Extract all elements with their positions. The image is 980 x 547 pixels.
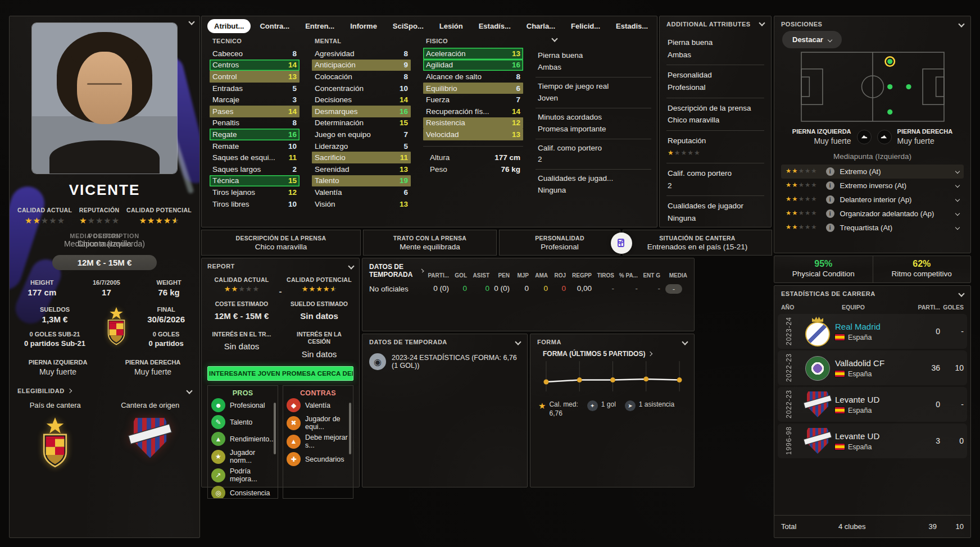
attribute-value: 15 — [288, 176, 297, 185]
attribute-value: 5 — [403, 142, 408, 151]
highlight-dropdown-button[interactable]: Destacar — [782, 31, 842, 48]
info-icon[interactable]: i — [826, 209, 834, 218]
tab[interactable]: Informe — [343, 19, 384, 33]
appearances-value: 0 — [911, 400, 940, 409]
pro-label: Podría mejora... — [230, 467, 275, 483]
bio-label: 16/7/2005 — [93, 279, 120, 286]
appearances-value: 3 — [911, 436, 940, 445]
role-row[interactable]: ★★★★★ i Delantero interior (Ap) — [781, 193, 964, 207]
pro-item: ↗ Podría mejora... — [209, 466, 276, 485]
club-name[interactable]: Levante UD — [835, 431, 911, 441]
chevron-down-icon[interactable] — [955, 169, 960, 174]
attribute-row: Determinación 15 — [312, 117, 411, 129]
info-icon[interactable]: i — [826, 195, 834, 204]
season-summary-row[interactable]: ◉ 2023-24 ESTADÍSTICAS (FORMA: 6,76 (1 G… — [369, 353, 520, 370]
role-row[interactable]: ★★★★★ i Extremo (At) — [781, 165, 964, 179]
attribute-value: 3 — [292, 95, 297, 104]
scrollbar[interactable] — [274, 403, 276, 454]
attribute-row: Visión 13 — [312, 198, 411, 210]
career-row[interactable]: 2022-23 Levante UD España 0 - — [778, 387, 967, 422]
pro-item: ▲ Rendimiento... — [209, 431, 276, 448]
right-foot-label: PIERNA DERECHA — [897, 127, 953, 136]
stat-value: 0 — [529, 284, 548, 294]
form-stat: ✦ 1 gol — [587, 400, 616, 411]
role-row[interactable]: ★★★★★ i Extremo inverso (At) — [781, 179, 964, 193]
chevron-down-icon[interactable] — [955, 197, 960, 202]
attribute-value: 7 — [516, 95, 520, 104]
con-icon: ✚ — [287, 452, 301, 466]
attribute-row: Anticipación 9 — [312, 60, 411, 71]
career-row[interactable]: 2023-24 Real Madrid España 0 - — [778, 314, 967, 349]
measurement-value: 177 cm — [494, 153, 520, 162]
form-line-chart — [537, 358, 688, 396]
tab[interactable]: Lesión — [433, 19, 470, 33]
role-row[interactable]: ★★★★★ i Trequartista (At) — [781, 221, 964, 235]
match-sharpness-label: Ritmo competitivo — [873, 270, 971, 278]
attribute-value: 12 — [288, 188, 297, 197]
competition-ball-icon: ◉ — [369, 353, 386, 370]
attribute-value: 7 — [403, 130, 408, 139]
tab[interactable]: Contra... — [253, 19, 296, 33]
attribute-value: 8 — [403, 72, 408, 81]
attribute-row: Saques de esqui... 11 — [210, 152, 300, 163]
career-row[interactable]: 1996-98 Levante UD España 3 0 — [778, 423, 967, 458]
club-name[interactable]: Valladolid CF — [835, 358, 911, 368]
collapse-panel-icon[interactable] — [551, 35, 557, 42]
body-measurements: Altura 177 cm Peso 76 kg — [423, 146, 523, 175]
tab[interactable]: Estadís... — [472, 19, 518, 33]
attribute-row: Fuerza 7 — [423, 94, 523, 106]
attribute-label: Entradas — [212, 84, 292, 93]
chevron-down-icon[interactable] — [186, 388, 192, 394]
senior-apps: 0 partidos — [147, 339, 185, 348]
chevron-down-icon[interactable] — [955, 183, 960, 188]
stat-value: 0,00 — [566, 284, 592, 294]
attribute-label: Regate — [212, 130, 288, 139]
tab[interactable]: Entren... — [298, 19, 341, 33]
info-icon[interactable]: i — [826, 167, 834, 176]
stat-value: 0 — [467, 284, 489, 294]
season-stats-header[interactable]: DATOS DE TEMPORADA — [369, 263, 423, 279]
attribute-row: Equilibrio 6 — [423, 83, 523, 94]
collapse-panel-icon[interactable] — [958, 290, 964, 297]
con-label: Debe mejorar s... — [305, 434, 351, 449]
attribute-row: Centros 14 — [210, 60, 300, 71]
tab[interactable]: Estadis... — [609, 19, 655, 33]
foot-label: PIERNA IZQUIERDA — [29, 359, 88, 366]
position-label: POSITION — [88, 233, 120, 239]
chevron-down-icon[interactable] — [955, 211, 960, 216]
collapse-panel-icon[interactable] — [348, 263, 354, 269]
tab[interactable]: SciSpo... — [386, 19, 430, 33]
tab[interactable]: Charla... — [520, 19, 562, 33]
attribute-value: 10 — [288, 142, 297, 151]
goals-value: 10 — [940, 363, 964, 372]
club-name[interactable]: Real Madrid — [835, 322, 911, 331]
tab[interactable]: Atribut... — [207, 19, 251, 33]
stat-column-header: REGPP — [566, 272, 592, 279]
club-name[interactable]: Levante UD — [835, 395, 911, 404]
info-icon[interactable]: i — [826, 224, 834, 232]
attribute-label: Cabeceo — [212, 49, 292, 58]
chevron-right-icon — [648, 352, 652, 356]
attribute-row: Control 13 — [210, 71, 300, 83]
pro-icon: ◎ — [211, 486, 225, 499]
eligibility-header[interactable]: ELEGIBILIDAD — [17, 388, 192, 394]
form-subheader[interactable]: FORMA (ÚLTIMOS 5 PARTIDOS) — [543, 350, 687, 358]
attribute-label: Concentración — [315, 84, 400, 93]
collapse-panel-icon[interactable] — [515, 339, 521, 345]
club-crest — [805, 317, 831, 345]
role-star-rating: ★★★★★ — [786, 168, 817, 175]
tab[interactable]: Felicid... — [564, 19, 607, 33]
career-row[interactable]: 2022-23 Valladolid CF España 36 10 — [778, 350, 967, 385]
collapse-panel-icon[interactable] — [958, 21, 964, 27]
report-header: REPORT — [207, 263, 235, 270]
info-icon[interactable]: i — [826, 181, 834, 190]
attribute-label: Remate — [212, 142, 288, 151]
attribute-row: Aceleración 13 — [423, 48, 523, 60]
chevron-down-icon[interactable] — [955, 225, 960, 230]
collapse-panel-icon[interactable] — [682, 339, 688, 345]
role-row[interactable]: ★★★★★ i Organizador adelantado (Ap) — [781, 207, 964, 221]
scrollbar[interactable] — [349, 403, 351, 454]
collapse-panel-icon[interactable] — [759, 20, 765, 26]
attribute-label: Liderazgo — [315, 142, 403, 151]
club-crest — [805, 354, 831, 382]
